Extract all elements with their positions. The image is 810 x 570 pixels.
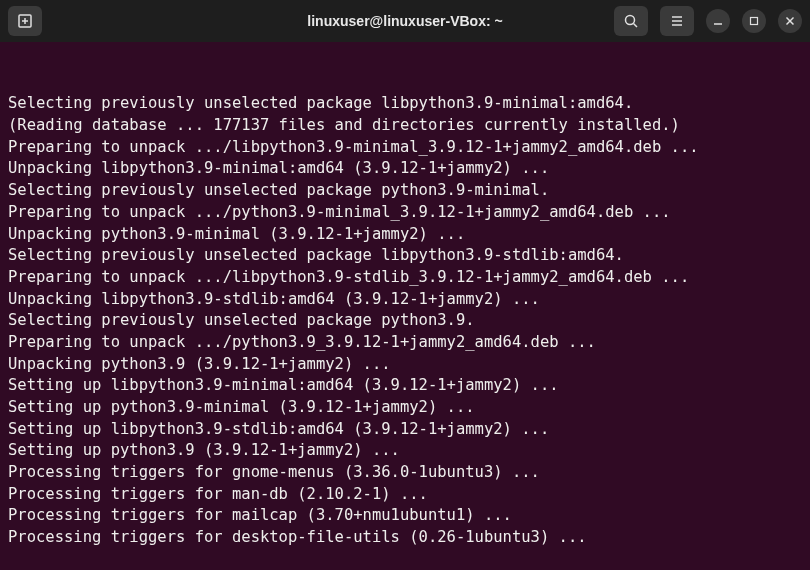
search-button[interactable]: [614, 6, 648, 36]
terminal-line: (Reading database ... 177137 files and d…: [8, 115, 802, 137]
terminal-line: Selecting previously unselected package …: [8, 310, 802, 332]
terminal-line: Setting up libpython3.9-stdlib:amd64 (3.…: [8, 419, 802, 441]
terminal-line: Processing triggers for gnome-menus (3.3…: [8, 462, 802, 484]
terminal-line: Selecting previously unselected package …: [8, 93, 802, 115]
hamburger-menu-button[interactable]: [660, 6, 694, 36]
terminal-line: Selecting previously unselected package …: [8, 245, 802, 267]
terminal-line: Processing triggers for man-db (2.10.2-1…: [8, 484, 802, 506]
terminal-line: Processing triggers for desktop-file-uti…: [8, 527, 802, 549]
terminal-line: Preparing to unpack .../libpython3.9-min…: [8, 137, 802, 159]
terminal-line: Unpacking python3.9-minimal (3.9.12-1+ja…: [8, 224, 802, 246]
terminal-line: Unpacking libpython3.9-minimal:amd64 (3.…: [8, 158, 802, 180]
terminal-line: Unpacking python3.9 (3.9.12-1+jammy2) ..…: [8, 354, 802, 376]
terminal-line: Setting up libpython3.9-minimal:amd64 (3…: [8, 375, 802, 397]
titlebar-left-controls: [8, 6, 42, 36]
terminal-line: Processing triggers for mailcap (3.70+nm…: [8, 505, 802, 527]
titlebar-right-controls: [614, 6, 802, 36]
terminal-output-area[interactable]: Selecting previously unselected package …: [0, 42, 810, 570]
svg-point-3: [626, 16, 635, 25]
terminal-line: Setting up python3.9 (3.9.12-1+jammy2) .…: [8, 440, 802, 462]
terminal-line: Setting up python3.9-minimal (3.9.12-1+j…: [8, 397, 802, 419]
maximize-button[interactable]: [742, 9, 766, 33]
svg-rect-9: [751, 18, 758, 25]
titlebar: linuxuser@linuxuser-VBox: ~: [0, 0, 810, 42]
terminal-line: Preparing to unpack .../python3.9_3.9.12…: [8, 332, 802, 354]
terminal-line: Selecting previously unselected package …: [8, 180, 802, 202]
terminal-line: Preparing to unpack .../libpython3.9-std…: [8, 267, 802, 289]
minimize-button[interactable]: [706, 9, 730, 33]
new-tab-button[interactable]: [8, 6, 42, 36]
window-title: linuxuser@linuxuser-VBox: ~: [307, 13, 502, 29]
terminal-line: Unpacking libpython3.9-stdlib:amd64 (3.9…: [8, 289, 802, 311]
close-button[interactable]: [778, 9, 802, 33]
terminal-line: Preparing to unpack .../python3.9-minima…: [8, 202, 802, 224]
svg-line-4: [634, 24, 638, 28]
